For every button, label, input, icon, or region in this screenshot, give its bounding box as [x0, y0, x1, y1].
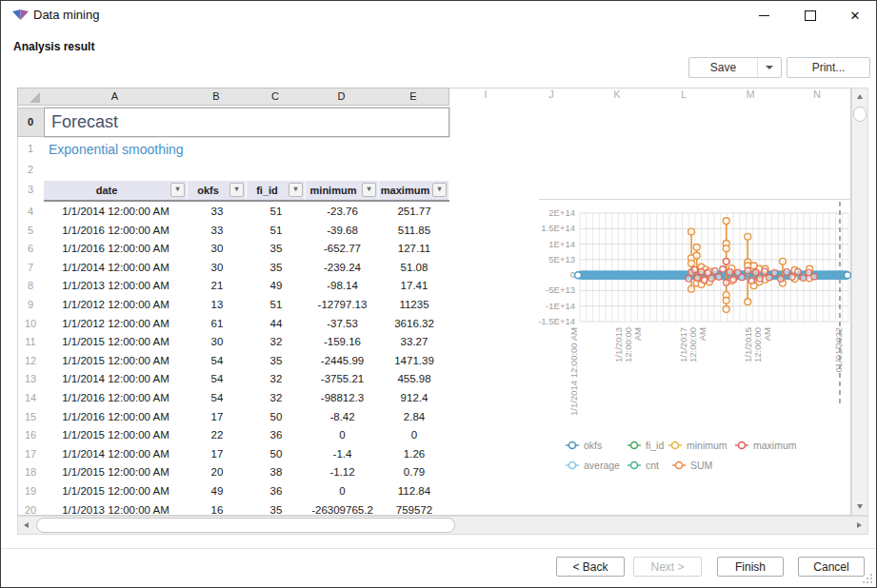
svg-text:cnt: cnt: [646, 460, 659, 471]
field-header-label: minimum: [310, 185, 357, 196]
table-row: 91/1/2012 12:00:00 AM1351-12797.1311235: [17, 295, 449, 314]
row-header[interactable]: 11: [17, 332, 44, 351]
save-button[interactable]: Save: [688, 57, 782, 78]
svg-text:5E+13: 5E+13: [548, 254, 575, 265]
row-header[interactable]: 14: [17, 388, 44, 407]
table-cell: 1/1/2014 12:00:00 AM: [44, 369, 188, 388]
table-cell: -23.76: [306, 202, 379, 221]
row-header[interactable]: 18: [17, 462, 44, 481]
filter-dropdown-date[interactable]: ▾: [170, 183, 185, 197]
maximize-button[interactable]: [794, 1, 827, 29]
scroll-right-button[interactable]: [851, 517, 867, 534]
table-cell: 1/1/2013 12:00:00 AM: [44, 500, 188, 516]
table-cell: 38: [247, 462, 306, 481]
table-cell: 455.98: [379, 369, 449, 388]
column-letter-C[interactable]: C: [246, 88, 306, 106]
field-header-label: okfs: [197, 185, 219, 196]
row-header-3[interactable]: 3: [17, 184, 44, 195]
table-cell: 51: [247, 221, 306, 240]
row-header[interactable]: 20: [17, 500, 44, 516]
row-header[interactable]: 5: [17, 221, 44, 240]
print-button[interactable]: Print...: [787, 57, 870, 78]
table-cell: -159.16: [306, 332, 379, 351]
row-header[interactable]: 19: [17, 481, 44, 500]
field-header-date[interactable]: date▾: [44, 181, 188, 200]
arrow-down-icon: [857, 504, 863, 509]
filter-dropdown-maximum[interactable]: ▾: [432, 183, 447, 197]
row-header[interactable]: 13: [17, 369, 44, 388]
row-header-2[interactable]: 2: [17, 164, 44, 175]
table-cell: 32: [247, 369, 306, 388]
table-cell: 22: [188, 425, 247, 444]
back-button[interactable]: < Back: [556, 557, 625, 577]
filter-dropdown-okfs[interactable]: ▾: [229, 183, 244, 197]
filter-dropdown-minimum[interactable]: ▾: [362, 183, 376, 197]
page-title: Analysis result: [13, 40, 94, 53]
row-header[interactable]: 7: [17, 258, 44, 277]
next-button[interactable]: Next >: [633, 557, 702, 577]
grid-corner-cell[interactable]: [17, 88, 44, 106]
field-header-maximum[interactable]: maximum▾: [379, 181, 449, 200]
row-header[interactable]: 4: [17, 202, 44, 221]
table-cell: 1/1/2013 12:00:00 AM: [44, 276, 188, 295]
row-header[interactable]: 6: [17, 239, 44, 258]
column-letter-E[interactable]: E: [378, 88, 449, 106]
filter-dropdown-fi_id[interactable]: ▾: [289, 183, 303, 197]
row-header[interactable]: 9: [17, 295, 44, 314]
svg-text:-1.5E+14: -1.5E+14: [539, 316, 575, 326]
field-header-label: fi_id: [256, 185, 278, 196]
horizontal-scrollbar[interactable]: [17, 516, 868, 535]
table-cell: 17.41: [379, 276, 449, 295]
table-cell: -98.14: [306, 276, 379, 295]
horizontal-scroll-thumb[interactable]: [36, 518, 455, 533]
row-header[interactable]: 15: [17, 407, 44, 426]
table-row: 201/1/2013 12:00:00 AM1635-26309765.2759…: [17, 500, 449, 516]
scroll-down-button[interactable]: [852, 499, 867, 515]
forecast-title-cell[interactable]: Forecast: [44, 108, 449, 137]
row-header[interactable]: 17: [17, 444, 44, 463]
svg-text:1E+14: 1E+14: [548, 239, 575, 249]
table-cell: 912.4: [379, 388, 449, 407]
table-cell: 1/1/2016 12:00:00 AM: [44, 388, 188, 407]
row-header-0[interactable]: 0: [17, 108, 44, 137]
column-letter-A[interactable]: A: [43, 88, 188, 106]
table-cell: 759572: [379, 500, 449, 516]
save-dropdown-arrow-icon[interactable]: [758, 66, 781, 69]
row-header[interactable]: 12: [17, 351, 44, 370]
field-header-fi_id[interactable]: fi_id▾: [247, 181, 306, 200]
svg-text:fi_id: fi_id: [646, 440, 664, 451]
field-header-okfs[interactable]: okfs▾: [188, 181, 247, 200]
svg-text:1.5E+14: 1.5E+14: [541, 223, 575, 233]
table-cell: 0: [306, 481, 379, 500]
finish-button[interactable]: Finish: [717, 557, 784, 577]
svg-text:minimum: minimum: [687, 440, 728, 451]
svg-text:AM: AM: [697, 327, 708, 341]
table-row: 181/1/2015 12:00:00 AM2038-1.120.79: [17, 462, 449, 481]
row-header-1[interactable]: 1: [17, 143, 44, 154]
table-cell: 13: [188, 295, 247, 314]
svg-text:AM: AM: [632, 327, 643, 341]
row-header[interactable]: 16: [17, 425, 44, 444]
close-button[interactable]: ✕: [839, 1, 871, 29]
table-cell: 3616.32: [379, 314, 449, 333]
column-letter-D[interactable]: D: [305, 88, 379, 106]
table-cell: 0: [306, 425, 379, 444]
minimize-button[interactable]: [747, 1, 780, 29]
titlebar[interactable]: Data mining ✕: [1, 1, 876, 29]
column-letter-B[interactable]: B: [187, 88, 247, 106]
row-header[interactable]: 8: [17, 276, 44, 295]
vertical-scrollbar[interactable]: [851, 88, 868, 516]
table-cell: 0.79: [379, 462, 449, 481]
vertical-scroll-thumb[interactable]: [853, 107, 867, 122]
scroll-up-button[interactable]: [852, 88, 867, 105]
method-subtitle-cell[interactable]: Exponential smoothing: [49, 142, 184, 157]
scroll-left-button[interactable]: [18, 517, 34, 534]
table-cell: 17: [188, 444, 247, 463]
resize-grip[interactable]: [861, 572, 872, 583]
field-header-minimum[interactable]: minimum▾: [306, 181, 379, 200]
row-header[interactable]: 10: [17, 314, 44, 333]
table-cell: 11235: [379, 295, 449, 314]
x-axis-labels: 1/1/2014 12:00:00 AM1/1/201312:00:00AM1/…: [568, 327, 844, 416]
svg-text:okfs: okfs: [584, 440, 602, 451]
cancel-button[interactable]: Cancel: [798, 557, 865, 577]
